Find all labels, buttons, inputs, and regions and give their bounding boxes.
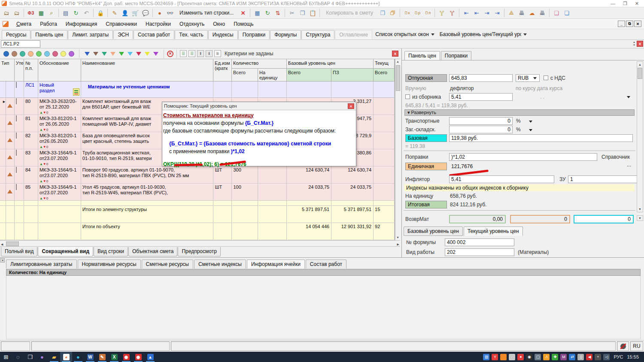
menu-отдохнуть[interactable]: Отдохнуть [175,20,209,28]
page-p-icon[interactable]: 🗋р [413,8,422,18]
tray-language-indicator[interactable]: РУС [612,354,625,359]
scrollbar-thumb[interactable] [396,65,400,91]
locator-spin-buttons[interactable]: ▲▼ [633,41,635,46]
transport-input[interactable]: 0 [449,117,513,125]
expand-bar[interactable]: ▾ Развернуть [404,109,635,116]
indent-left2-icon[interactable]: ⇤ [472,8,481,18]
restore-button[interactable]: ❐ [623,1,627,6]
view-tab-вид-строки[interactable]: Вид строки [94,247,128,256]
view-tab-предпросмотр[interactable]: Предпросмотр [178,247,220,256]
chevron-down-icon[interactable] [627,96,630,98]
color-filter-funnel-icon[interactable] [128,52,133,56]
move-down-icon[interactable]: ⬇ [206,50,213,57]
tray-window-frame-icon[interactable]: ▢ [535,354,541,360]
vat-checkbox[interactable] [544,75,548,80]
col-header-unit[interactable]: Ед.изм (кратк [213,59,232,81]
color-filter-funnel-icon[interactable] [110,52,115,56]
paste-icon[interactable]: 📋 [308,8,317,18]
work-kind-input[interactable]: 202 [445,248,514,256]
color-mark-circle-icon[interactable] [52,51,58,57]
taskbar-app-paint-icon[interactable]: ✎ [96,352,108,362]
tray-move-arrows-icon[interactable]: + [595,354,601,360]
col-header-approved[interactable]: Уте [15,59,24,81]
panel-close-icon[interactable]: ✕ [0,258,5,262]
criteria-page-icon[interactable]: 🗎 [214,50,221,57]
bottom-tab-состав-работ[interactable]: Состав работ [306,259,346,268]
taskbar-app-search-icon[interactable]: ◌ [12,352,24,362]
recalc-icon[interactable]: ↻ [263,8,272,18]
menu-информация[interactable]: Информация [61,20,101,28]
tray-record-circle-icon[interactable]: ◉ [526,354,532,360]
col-header-base-level-group[interactable]: Базовый уровень цен [287,59,374,69]
filter-list2-icon[interactable]: ☰ [188,50,195,57]
scrollbar-thumb[interactable] [638,68,642,79]
color-filter-funnel-icon[interactable] [93,52,98,56]
undo-icon[interactable]: ↶ [82,8,91,18]
col-header-justification[interactable]: Обоснование [38,59,81,81]
color-mark-circle-icon[interactable] [20,51,25,57]
deflator-input[interactable]: 5,41 [449,93,513,101]
approve-checkbox[interactable] [16,184,17,190]
color-mark-circle-icon[interactable] [36,51,42,57]
color-filter-funnel-icon[interactable] [119,52,124,56]
menu-справочники[interactable]: Справочники [101,20,141,28]
reference-link[interactable]: Справочник [601,154,630,160]
tab-corrections[interactable]: Поправки [441,51,471,60]
col-header-pz[interactable]: ПЗ [331,69,374,81]
tray-stats-icon[interactable]: ▥ [483,354,489,360]
sphere-icon[interactable]: ● [155,8,164,18]
tray-teamviewer-icon[interactable]: ⇄ [569,354,575,360]
col-header-type[interactable]: Тип [0,59,15,81]
estimate-row[interactable]: 85МКЭ-33-1564/9-1от23.07.2020▲▼0Угол 45 … [0,184,395,201]
taskbar-app-photos-icon[interactable]: ▲ [144,352,156,362]
menu-работа[interactable]: Работа [36,20,61,28]
tray-alert-icon[interactable]: ⚠ [543,354,550,360]
tray-usb-icon[interactable]: ▯ [577,354,584,360]
indent-right-icon[interactable]: ⇥ [482,8,492,18]
row-locator-input[interactable]: ЛС1.Р2 [1,40,40,48]
scroll-left-icon[interactable]: ◀ [1,242,3,247]
taskbar-app-word-icon[interactable]: W [84,352,96,362]
tray-volume-icon[interactable]: ◁ [603,354,610,360]
chart-icon[interactable]: ▦ [252,8,262,18]
taskbar-app-smeta-icon[interactable]: ◕ [60,352,72,362]
col-header-base-total[interactable]: Всего [287,69,331,81]
tab-индексы[interactable]: Индексы [208,30,238,39]
tab-ресурсы[interactable]: Ресурсы [2,30,30,39]
view-tab-объектная-смета[interactable]: Объектная смета [128,247,178,256]
section-row[interactable]: ЛС1Новый разделМатериалы не учтенные цен… [0,81,395,98]
scroll-up-icon[interactable]: ▲ [395,59,400,64]
color-filter-funnel-icon[interactable] [145,52,150,56]
tray-speaker-red-icon[interactable]: ◀ [586,354,592,360]
open-windows-dropdown[interactable]: Список открытых окон [373,30,437,39]
tab-формулы[interactable]: Формулы [270,30,301,39]
page-tp-icon[interactable]: 🗋п [423,8,432,18]
approve-checkbox[interactable] [16,167,17,173]
col-header-current-total[interactable]: Всего [374,69,395,81]
change-row-type-button[interactable]: Изменить тип строки... [176,9,237,17]
excel-export-icon[interactable]: ▦ [36,8,46,18]
warehouse-input[interactable]: 0 [449,126,513,133]
menu-помощь[interactable]: Помощь [229,20,258,28]
keyboard-layout-indicator[interactable]: RU [630,341,643,351]
tray-recorder-icon[interactable]: ● [517,354,524,360]
taskbar-app-red-app-2-icon[interactable]: ◉ [132,352,144,362]
tree-add-icon[interactable]: 🗂 [12,8,21,18]
menu-настройки[interactable]: Настройки [141,20,175,28]
tab-состав-работ[interactable]: Состав работ [134,30,174,39]
chevron-down-icon[interactable] [533,77,537,79]
color-mark-circle-icon[interactable] [61,51,66,57]
from-book-checkbox[interactable] [405,94,410,99]
popup-title-bar[interactable]: Помощник: Текущий уровень цен x [162,102,356,110]
scroll-down-icon[interactable]: ▼ [637,206,643,212]
inflator-input[interactable]: 5,41 [449,175,554,183]
norm-base-icon[interactable]: ФЗ [26,8,36,18]
grid-vertical-scrollbar[interactable]: ▲ ▼ [395,59,400,240]
col-header-qty-per-unit[interactable]: На единицу [258,69,287,81]
move-up-icon[interactable]: ⬆ [197,50,204,57]
print-icon[interactable]: 🖶 [517,8,526,18]
layers-blue-icon[interactable]: ❏ [562,8,571,18]
view-tab-полный-вид[interactable]: Полный вид [1,247,37,256]
return-mat-pz[interactable]: 0 [510,215,570,223]
tab-base-level[interactable]: Базовый уровень цен [404,226,463,236]
